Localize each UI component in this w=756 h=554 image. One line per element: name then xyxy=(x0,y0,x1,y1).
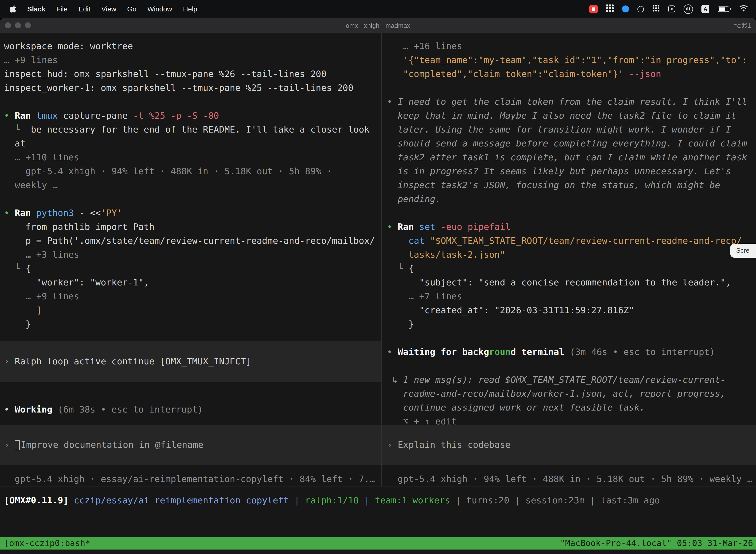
terminal-line: gpt-5.4 xhigh · essay/ai-reimplementatio… xyxy=(0,472,381,486)
battery-percent-icon[interactable]: 61 xyxy=(684,4,693,14)
terminal-line: readme-and-reco/mailbox/worker-1.json, a… xyxy=(382,387,756,401)
terminal-line: continue assigned work or next feasible … xyxy=(382,401,756,414)
terminal-line: gpt-5.4 xhigh · 94% left · 488K in · 5.1… xyxy=(0,164,381,178)
screenshot-notification-overlay[interactable]: Scre xyxy=(730,244,756,258)
terminal-body[interactable]: workspace_mode: worktree… +9 linesinspec… xyxy=(0,33,756,554)
terminal-line xyxy=(0,95,381,109)
terminal-line: p = Path('.omx/state/team/review-current… xyxy=(0,234,381,248)
ring-app-icon[interactable] xyxy=(637,6,644,12)
right-pane[interactable]: … +16 lines '{"team_name":"my-team","tas… xyxy=(382,33,756,486)
text-segment: weekly … xyxy=(4,180,58,190)
terminal-line: should send a message before completing … xyxy=(382,136,756,151)
text-segment: › xyxy=(4,439,15,450)
input-source-icon[interactable]: A xyxy=(701,5,709,13)
active-app-name[interactable]: Slack xyxy=(22,5,51,13)
text-segment: -t %25 -p -S -80 xyxy=(133,110,219,121)
terminal-line: … +9 lines xyxy=(0,289,381,303)
left-pane-scrollback: workspace_mode: worktree… +9 linesinspec… xyxy=(0,39,381,331)
terminal-line: ] xyxy=(0,303,381,317)
menu-window[interactable]: Window xyxy=(142,5,178,13)
left-pane[interactable]: workspace_mode: worktree… +9 linesinspec… xyxy=(0,33,381,486)
terminal-line: … +110 lines xyxy=(0,151,381,164)
terminal-line: └ { xyxy=(382,262,756,276)
text-segment: turns:20 xyxy=(466,495,509,505)
app-grid-icon[interactable] xyxy=(606,4,614,13)
battery-icon[interactable] xyxy=(718,6,731,12)
launchpad-dots-icon[interactable] xyxy=(652,4,660,13)
menu-file[interactable]: File xyxy=(51,5,73,13)
text-segment: ] xyxy=(4,305,42,315)
text-segment: inspect_worker-1: omx sparkshell --tmux-… xyxy=(4,82,354,93)
text-segment: Explain this codebase xyxy=(397,439,510,450)
text-segment: ↳ xyxy=(387,374,403,385)
text-segment: • xyxy=(387,96,397,107)
blue-app-icon[interactable] xyxy=(622,5,629,12)
terminal-line: "completed","claim_token":"claim-token"}… xyxy=(382,67,756,81)
text-segment: '{"team_name":"my-team","task_id":"1","f… xyxy=(387,55,747,65)
text-segment: Ran xyxy=(397,221,419,232)
terminal-line: keep that in mind. Maybe I also need the… xyxy=(382,109,756,123)
terminal-line xyxy=(382,206,756,220)
text-segment: - << xyxy=(74,208,101,218)
text-segment: "subject": "send a concise recommendatio… xyxy=(387,277,731,287)
minimize-button[interactable] xyxy=(15,22,21,28)
text-segment: last:3m ago xyxy=(601,495,660,505)
text-segment: gpt-5.4 xhigh · 94% left · 488K in · 5.1… xyxy=(387,474,753,484)
wifi-icon[interactable] xyxy=(739,5,748,13)
terminal-line: • Working (6m 38s • esc to interrupt) xyxy=(0,403,381,417)
text-segment: { xyxy=(408,263,414,274)
text-segment: -euo pipefail xyxy=(435,221,510,232)
text-segment: is in progress? It seems likely but perh… xyxy=(387,166,731,176)
terminal-line: inspect_hud: omx sparkshell --tmux-pane … xyxy=(0,67,381,81)
text-segment: … +110 lines xyxy=(4,152,79,162)
terminal-line: … +9 lines xyxy=(0,53,381,67)
terminal-line: "subject": "send a concise recommendatio… xyxy=(382,276,756,289)
terminal-line xyxy=(0,192,381,206)
menu-help[interactable]: Help xyxy=(178,5,203,13)
text-segment: p = Path('.omx/state/team/review-current… xyxy=(4,235,375,246)
text-segment: tasks/task-2.json" xyxy=(387,249,505,260)
window-title-bar[interactable]: omx --xhigh --madmax ⌥⌘1 xyxy=(0,18,756,33)
terminal-line: └ be necessary for the end of the README… xyxy=(0,123,381,136)
text-segment: later. Using the same for transition mig… xyxy=(387,124,731,134)
menu-edit[interactable]: Edit xyxy=(73,5,96,13)
text-segment: "worker": "worker-1", xyxy=(4,277,149,287)
text-segment: Waiting for backg xyxy=(397,346,489,357)
text-segment: { xyxy=(25,263,31,274)
menu-go[interactable]: Go xyxy=(122,5,142,13)
terminal-line: [OMX#0.11.9] cczip/essay/ai-reimplementa… xyxy=(0,493,756,507)
terminal-line: "worker": "worker-1", xyxy=(0,276,381,289)
left-pane-status-line: gpt-5.4 xhigh · essay/ai-reimplementatio… xyxy=(0,472,381,486)
window-title: omx --xhigh --madmax xyxy=(0,21,756,29)
text-segment: gpt-5.4 xhigh · 94% left · 488K in · 5.1… xyxy=(4,166,332,176)
screen-recording-icon[interactable] xyxy=(589,5,598,13)
text-segment: Ran xyxy=(15,110,36,121)
terminal-window: omx --xhigh --madmax ⌥⌘1 workspace_mode:… xyxy=(0,18,756,554)
text-segment: • xyxy=(4,208,15,218)
terminal-line: inspect task2's JSON, focusing on the st… xyxy=(382,178,756,192)
text-segment: | xyxy=(359,495,375,505)
macos-menu-bar: Slack File Edit View Go Window Help 61 A xyxy=(0,0,756,18)
utility-app-icon[interactable] xyxy=(668,5,675,12)
text-segment: Working xyxy=(15,404,52,414)
grid-glyph xyxy=(606,4,614,12)
text-segment: • xyxy=(387,346,397,357)
close-button[interactable] xyxy=(5,22,11,28)
terminal-line xyxy=(382,331,756,345)
left-prompt-input[interactable]: › Improve documentation in @filename xyxy=(0,425,381,465)
apple-menu[interactable] xyxy=(5,5,22,13)
right-prompt-input[interactable]: › Explain this codebase xyxy=(382,425,756,465)
terminal-line: workspace_mode: worktree xyxy=(0,39,381,53)
text-segment: | xyxy=(585,495,601,505)
text-segment: d terminal xyxy=(511,346,565,357)
tmux-status-bar: [omx-cczip0:bash* "MacBook-Pro-44.local"… xyxy=(0,537,756,550)
zoom-button[interactable] xyxy=(25,22,31,28)
text-segment: task2 after task1 is complete, but can I… xyxy=(387,152,747,162)
ralph-loop-band: › Ralph loop active continue [OMX_TMUX_I… xyxy=(0,341,381,382)
text-segment: (6m 38s • esc to interrupt) xyxy=(52,404,203,414)
text-segment: I need to get the claim token from the c… xyxy=(397,96,747,107)
menu-view[interactable]: View xyxy=(96,5,122,13)
text-segment: roun xyxy=(489,346,511,357)
terminal-line: pending. xyxy=(382,192,756,206)
text-segment: … +16 lines xyxy=(387,41,462,51)
